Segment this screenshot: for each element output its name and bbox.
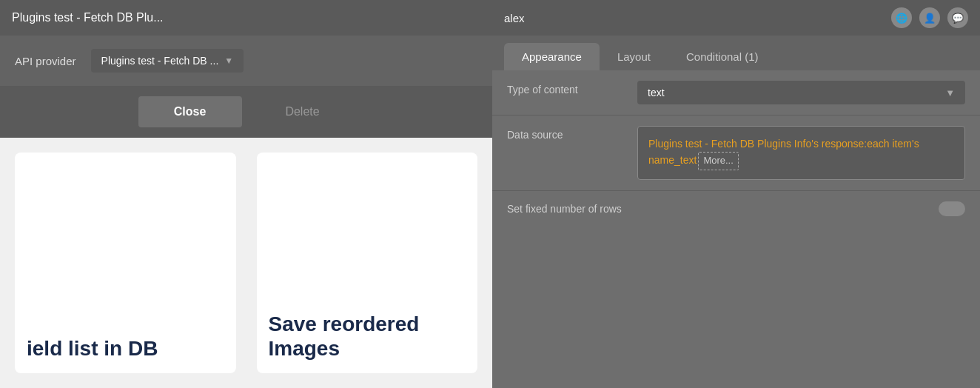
set-fixed-rows-row: Set fixed number of rows <box>492 191 980 227</box>
type-of-content-value: text <box>648 87 665 98</box>
left-main-area: ield list in DB Save reorderedImages <box>0 138 492 388</box>
type-of-content-row: Type of content text ▼ <box>492 70 980 116</box>
left-top-bar-title: Plugins test - Fetch DB Plu... <box>12 11 164 24</box>
chevron-down-icon: ▼ <box>224 56 233 66</box>
card-save-reordered: Save reorderedImages <box>257 153 478 373</box>
more-link[interactable]: More... <box>698 152 738 170</box>
data-source-label: Data source <box>507 126 625 141</box>
data-source-box[interactable]: Plugins test - Fetch DB Plugins Info's r… <box>637 126 965 180</box>
card-save-reordered-text: Save reorderedImages <box>269 312 420 361</box>
right-top-icons: 🌐 👤 💬 <box>891 7 968 28</box>
type-of-content-label: Type of content <box>507 81 625 96</box>
card-field-list-text: ield list in DB <box>27 336 158 361</box>
set-fixed-rows-label: Set fixed number of rows <box>507 203 927 215</box>
chevron-down-icon: ▼ <box>945 87 955 98</box>
type-of-content-control: text ▼ <box>637 81 965 104</box>
data-source-row: Data source Plugins test - Fetch DB Plug… <box>492 116 980 191</box>
right-panel: alex 🌐 👤 💬 Appearance Layout Conditional… <box>492 0 980 388</box>
left-top-bar: Plugins test - Fetch DB Plu... <box>0 0 492 36</box>
tab-appearance[interactable]: Appearance <box>504 43 600 70</box>
api-provider-row: API provider Plugins test - Fetch DB ...… <box>0 36 492 86</box>
tabs-row: Appearance Layout Conditional (1) <box>492 36 980 70</box>
type-of-content-dropdown[interactable]: text ▼ <box>637 81 965 104</box>
right-top-bar-title: alex <box>504 12 525 24</box>
globe-icon[interactable]: 🌐 <box>891 7 912 28</box>
right-body: Type of content text ▼ Data source Plugi… <box>492 70 980 388</box>
data-source-control: Plugins test - Fetch DB Plugins Info's r… <box>637 126 965 180</box>
left-panel: Plugins test - Fetch DB Plu... API provi… <box>0 0 492 388</box>
set-fixed-rows-toggle[interactable] <box>939 201 965 216</box>
user-icon[interactable]: 👤 <box>919 7 940 28</box>
right-top-bar: alex 🌐 👤 💬 <box>492 0 980 36</box>
tab-layout[interactable]: Layout <box>600 43 668 70</box>
api-provider-value: Plugins test - Fetch DB ... <box>101 55 219 67</box>
chat-icon[interactable]: 💬 <box>947 7 968 28</box>
card-field-list: ield list in DB <box>15 153 236 373</box>
delete-button[interactable]: Delete <box>251 96 355 127</box>
tab-conditional[interactable]: Conditional (1) <box>668 43 776 70</box>
left-buttons-area: Close Delete <box>0 86 492 138</box>
api-provider-dropdown[interactable]: Plugins test - Fetch DB ... ▼ <box>91 49 244 73</box>
close-button[interactable]: Close <box>138 96 242 127</box>
data-source-text: Plugins test - Fetch DB Plugins Info's r… <box>648 138 919 166</box>
api-provider-label: API provider <box>15 55 76 67</box>
